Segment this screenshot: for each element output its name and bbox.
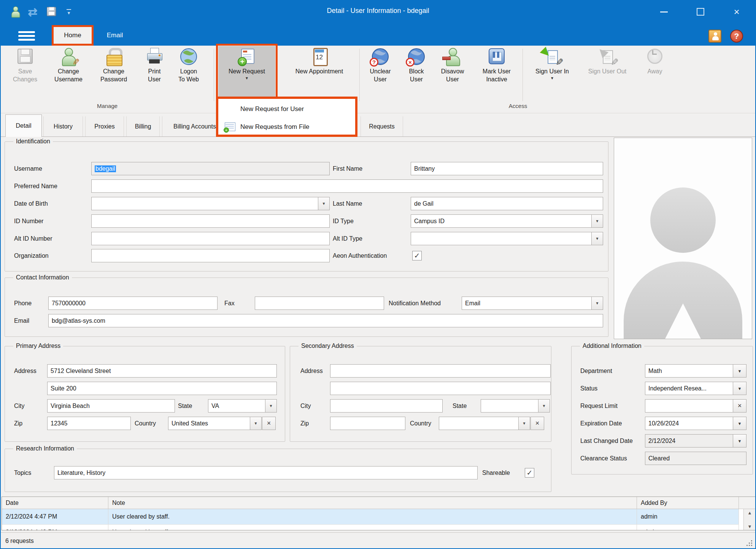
primary-city-field[interactable]: Virginia Beach	[47, 399, 175, 413]
expiration-date-combo[interactable]: 10/26/2024	[645, 417, 733, 430]
secondary-address2-field[interactable]	[330, 382, 551, 395]
first-name-label: First Name	[333, 162, 362, 175]
secondary-zip-label: Zip	[300, 417, 309, 430]
tab-billing[interactable]: Billing	[126, 116, 160, 137]
primary-address1-field[interactable]: 5712 Cleveland Street	[47, 364, 277, 378]
date-of-birth-field[interactable]: ▼	[91, 197, 330, 210]
secondary-country-clear-icon[interactable]: ×	[530, 417, 544, 430]
disavow-user-button[interactable]: DisavowUser	[434, 47, 471, 100]
unclear-user-button[interactable]: ? UnclearUser	[364, 47, 397, 100]
sign-user-in-button[interactable]: ▶✎ Sign User In ▼	[527, 47, 577, 100]
hamburger-menu-icon[interactable]	[18, 31, 35, 41]
primary-country-clear-icon[interactable]: ×	[262, 417, 276, 430]
secondary-zip-field[interactable]	[330, 417, 405, 430]
primary-zip-field[interactable]: 12345	[47, 417, 131, 430]
ribbon-separator	[359, 49, 360, 101]
last-name-field[interactable]: de Gail	[411, 197, 603, 210]
help-icon[interactable]: ?	[730, 30, 743, 43]
menu-item-new-requests-from-file[interactable]: + New Requests from File	[218, 118, 355, 136]
tab-detail[interactable]: Detail	[5, 114, 42, 137]
first-name-field[interactable]: Brittany	[411, 162, 603, 175]
request-limit-field[interactable]	[645, 399, 733, 413]
column-header-added-by[interactable]: Added By	[637, 497, 739, 509]
new-appointment-button[interactable]: 12 New Appointment	[284, 47, 354, 100]
menu-item-new-request-for-user[interactable]: New Request for User	[218, 100, 355, 118]
resize-grip[interactable]	[751, 545, 752, 546]
user-info-icon[interactable]	[708, 30, 721, 43]
away-button[interactable]: Away	[638, 47, 672, 100]
column-header-note[interactable]: Note	[108, 497, 637, 509]
primary-country-label: Country	[135, 417, 156, 430]
print-user-button[interactable]: PrintUser	[141, 47, 168, 100]
identification-title: Identification	[13, 138, 53, 145]
primary-zip-label: Zip	[14, 417, 22, 430]
save-changes-button[interactable]: SaveChanges	[8, 47, 42, 100]
username-field[interactable]: bdegail	[91, 162, 330, 175]
status-dropdown-icon[interactable]: ▼	[733, 382, 746, 395]
tab-history[interactable]: History	[43, 116, 83, 137]
department-dropdown-icon[interactable]: ▼	[733, 364, 746, 378]
topics-field[interactable]: Literature, History	[54, 466, 478, 479]
aeon-authentication-label: Aeon Authentication	[333, 249, 387, 262]
tab-requests[interactable]: Requests	[361, 116, 403, 137]
id-type-combo[interactable]: Campus ID▼	[411, 214, 603, 228]
aeon-authentication-checkbox[interactable]: ✓	[412, 251, 422, 260]
column-header-date[interactable]: Date	[2, 497, 108, 509]
sign-user-out-button[interactable]: ▶✎ Sign User Out	[579, 47, 636, 100]
shareable-checkbox[interactable]: ✓	[525, 468, 534, 478]
scroll-up-icon[interactable]: ▲	[744, 510, 756, 516]
tab-home[interactable]: Home	[52, 25, 94, 46]
preferred-name-field[interactable]	[91, 179, 603, 193]
chevron-down-icon[interactable]: ▼	[591, 297, 603, 309]
block-user-icon: ×	[407, 48, 426, 66]
alt-id-number-field[interactable]	[91, 232, 330, 245]
primary-state-combo[interactable]: VA▼	[208, 399, 277, 413]
primary-address2-field[interactable]: Suite 200	[47, 382, 277, 395]
close-button[interactable]: ×	[726, 4, 747, 20]
primary-country-combo[interactable]: United States▼	[168, 417, 262, 430]
secondary-address1-field[interactable]	[330, 364, 551, 378]
email-field[interactable]: bdg@atlas-sys.com	[48, 314, 603, 327]
minimize-button[interactable]	[653, 4, 675, 20]
chevron-down-icon[interactable]: ▼	[265, 400, 276, 412]
scroll-down-icon[interactable]: ▼	[744, 524, 756, 529]
table-row[interactable]: 2/12/2024 4:47 PM User cleared by staff.…	[2, 509, 739, 524]
secondary-country-combo[interactable]: ▼	[439, 417, 530, 430]
secondary-state-combo[interactable]: ▼	[481, 399, 550, 413]
primary-address-title: Primary Address	[13, 343, 63, 349]
change-username-button[interactable]: ✎ ChangeUsername	[49, 47, 88, 100]
last-changed-dropdown-icon[interactable]: ▼	[733, 434, 746, 447]
chevron-down-icon[interactable]: ▼	[250, 417, 261, 430]
email-label: Email	[14, 314, 29, 327]
table-scrollbar[interactable]: ▲ ▼	[743, 509, 756, 530]
date-of-birth-label: Date of Birth	[14, 197, 48, 210]
block-user-button[interactable]: × BlockUser	[400, 47, 433, 100]
status-combo[interactable]: Independent Resea...	[645, 382, 733, 395]
request-limit-clear-icon[interactable]: ×	[733, 399, 746, 413]
topics-label: Topics	[14, 466, 31, 479]
last-changed-date-combo[interactable]: 2/12/2024	[645, 434, 733, 447]
tab-proxies[interactable]: Proxies	[85, 116, 124, 137]
id-number-field[interactable]	[91, 214, 330, 228]
change-password-button[interactable]: ChangePassword	[92, 47, 135, 100]
new-request-button[interactable]: + New Request ▼	[218, 47, 275, 100]
alt-id-type-combo[interactable]: ▼	[411, 232, 603, 245]
chevron-down-icon[interactable]: ▼	[318, 197, 329, 210]
logon-to-web-button[interactable]: LogonTo Web	[172, 47, 205, 100]
expiration-dropdown-icon[interactable]: ▼	[733, 417, 746, 430]
secondary-city-field[interactable]	[330, 399, 443, 413]
expiration-date-label: Expiration Date	[580, 417, 622, 430]
notification-method-combo[interactable]: Email▼	[462, 297, 603, 310]
organization-field[interactable]	[91, 249, 330, 262]
tab-email[interactable]: Email	[97, 25, 133, 46]
fax-field[interactable]	[255, 297, 384, 310]
mark-user-inactive-button[interactable]: Mark UserInactive	[475, 47, 519, 100]
chevron-down-icon[interactable]: ▼	[518, 417, 530, 430]
maximize-button[interactable]	[690, 4, 711, 20]
table-row[interactable]: 2/12/2024 4:43 PM User cleared by staff.…	[2, 524, 739, 530]
department-combo[interactable]: Math	[645, 364, 733, 378]
chevron-down-icon[interactable]: ▼	[538, 400, 550, 412]
phone-field[interactable]: 7570000000	[48, 297, 218, 310]
chevron-down-icon[interactable]: ▼	[591, 215, 603, 227]
chevron-down-icon[interactable]: ▼	[591, 232, 603, 245]
